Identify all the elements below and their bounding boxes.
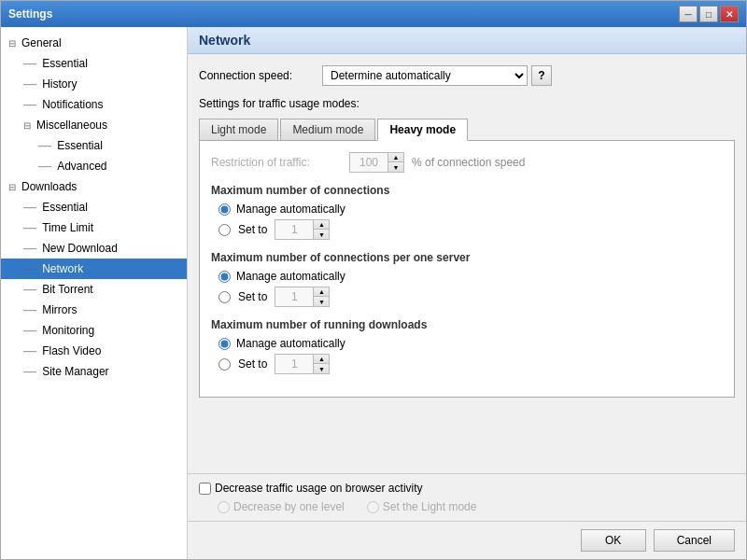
restriction-input xyxy=(350,155,388,170)
panel-header: Network xyxy=(188,27,746,54)
server-setto-label: Set to xyxy=(238,290,267,303)
sidebar-item-history[interactable]: ──History xyxy=(1,74,187,94)
title-bar-controls: ─ □ ✕ xyxy=(679,6,739,22)
downloads-manage-label: Manage automatically xyxy=(236,337,345,350)
sidebar-item-notifications[interactable]: ──Notifications xyxy=(1,94,187,115)
connection-speed-select[interactable]: Determine automaticallySlow (56k modem)M… xyxy=(322,65,528,86)
minimize-button[interactable]: ─ xyxy=(679,6,698,22)
sidebar-item-sitemanager[interactable]: ──Site Manager xyxy=(1,361,187,382)
window-title: Settings xyxy=(8,7,52,21)
downloads-setto-radio[interactable] xyxy=(218,358,231,371)
sidebar-item-advanced[interactable]: ──Advanced xyxy=(1,156,187,176)
sidebar-item-network[interactable]: ──Network xyxy=(1,259,187,279)
running-downloads-section: Maximum number of running downloads Mana… xyxy=(211,318,723,374)
sidebar-item-label: Network xyxy=(38,260,87,277)
downloads-setto-row: Set to ▲ ▼ xyxy=(218,354,723,374)
sidebar-item-label: Essential xyxy=(38,199,92,216)
connector-icon: ── xyxy=(23,305,36,315)
tab-content: Restriction of traffic: ▲ ▼ % of connect… xyxy=(199,140,735,398)
connections-setto-radio[interactable] xyxy=(218,224,231,236)
server-manage-row: Manage automatically xyxy=(218,270,723,283)
close-button[interactable]: ✕ xyxy=(720,6,739,22)
decrease-checkbox-label[interactable]: Decrease traffic usage on browser activi… xyxy=(199,482,423,495)
running-downloads-title: Maximum number of running downloads xyxy=(211,318,723,331)
downloads-manage-row: Manage automatically xyxy=(218,337,723,350)
server-manage-radio[interactable] xyxy=(218,271,231,283)
ok-button[interactable]: OK xyxy=(581,529,646,552)
restriction-row: Restriction of traffic: ▲ ▼ % of connect… xyxy=(211,152,723,173)
sidebar-item-label: History xyxy=(38,76,80,92)
sidebar-item-general[interactable]: ⊟General xyxy=(1,33,187,53)
server-up[interactable]: ▲ xyxy=(314,287,329,297)
connections-section: Maximum number of connections Manage aut… xyxy=(211,184,723,240)
sidebar-item-label: New Download xyxy=(38,240,121,257)
title-bar: Settings ─ □ ✕ xyxy=(1,1,746,27)
connections-input[interactable] xyxy=(275,222,313,237)
connection-speed-label: Connection speed: xyxy=(199,69,311,82)
downloads-down[interactable]: ▼ xyxy=(314,364,329,373)
connections-up[interactable]: ▲ xyxy=(314,220,329,230)
sidebar-item-timelimit[interactable]: ──Time Limit xyxy=(1,217,187,238)
server-setto-radio[interactable] xyxy=(218,291,231,303)
connections-per-server-section: Maximum number of connections per one se… xyxy=(211,251,723,307)
downloads-input[interactable] xyxy=(275,357,313,371)
downloads-manage-radio[interactable] xyxy=(218,338,231,350)
main-panel: Network Connection speed: Determine auto… xyxy=(188,27,746,559)
sidebar-item-label: Notifications xyxy=(38,96,106,113)
connector-icon: ── xyxy=(23,79,36,90)
connections-manage-radio[interactable] xyxy=(218,203,231,216)
connector-icon: ⊟ xyxy=(8,38,16,49)
decrease-radio2 xyxy=(367,501,379,513)
connector-icon: ⊟ xyxy=(8,182,16,192)
decrease-option1: Decrease by one level xyxy=(218,500,345,513)
sidebar-item-mirrors[interactable]: ──Mirrors xyxy=(1,300,187,320)
connector-icon: ── xyxy=(23,264,36,274)
tab-heavy[interactable]: Heavy mode xyxy=(377,119,468,141)
restriction-arrows: ▲ ▼ xyxy=(388,153,403,172)
sidebar-item-essential2[interactable]: ──Essential xyxy=(1,135,187,156)
sidebar-item-label: Advanced xyxy=(53,158,110,175)
tab-light[interactable]: Light mode xyxy=(199,119,278,141)
connector-icon: ⊟ xyxy=(23,120,31,131)
sidebar-item-monitoring[interactable]: ──Monitoring xyxy=(1,320,187,341)
decrease-label1: Decrease by one level xyxy=(233,500,345,513)
decrease-checkbox[interactable] xyxy=(199,483,211,495)
sidebar-item-essential1[interactable]: ──Essential xyxy=(1,53,187,74)
server-input[interactable] xyxy=(275,289,313,304)
sidebar-item-flashvideo[interactable]: ──Flash Video xyxy=(1,341,187,361)
sidebar-item-label: Miscellaneous xyxy=(33,117,111,133)
connections-spinbox: ▲ ▼ xyxy=(275,219,330,240)
sidebar-item-newdownload[interactable]: ──New Download xyxy=(1,238,187,259)
dropdown-container: Determine automaticallySlow (56k modem)M… xyxy=(322,65,552,86)
server-arrows: ▲ ▼ xyxy=(313,287,329,306)
downloads-up[interactable]: ▲ xyxy=(314,355,329,364)
connector-icon: ── xyxy=(23,59,36,69)
connector-icon: ── xyxy=(23,367,36,377)
server-down[interactable]: ▼ xyxy=(314,297,329,306)
sidebar-item-label: Mirrors xyxy=(38,301,80,318)
server-setto-row: Set to ▲ ▼ xyxy=(218,287,723,307)
help-button[interactable]: ? xyxy=(531,65,552,86)
content-area: ⊟General──Essential──History──Notificati… xyxy=(1,27,746,559)
sidebar-item-label: Time Limit xyxy=(38,219,97,236)
downloads-setto-label: Set to xyxy=(238,357,267,371)
maximize-button[interactable]: □ xyxy=(699,6,718,22)
sidebar-item-miscellaneous[interactable]: ⊟Miscellaneous xyxy=(1,115,187,135)
connector-icon: ── xyxy=(23,285,36,295)
connections-setto-label: Set to xyxy=(238,223,267,236)
connector-icon: ── xyxy=(23,203,36,213)
server-manage-label: Manage automatically xyxy=(236,270,345,283)
connector-icon: ── xyxy=(38,161,51,172)
tab-medium[interactable]: Medium mode xyxy=(280,119,375,141)
cancel-button[interactable]: Cancel xyxy=(654,529,735,552)
connector-icon: ── xyxy=(23,326,36,336)
restriction-label: Restriction of traffic: xyxy=(211,156,342,169)
sidebar-item-essential3[interactable]: ──Essential xyxy=(1,197,187,217)
connector-icon: ── xyxy=(23,223,36,233)
sidebar-item-label: Essential xyxy=(38,55,92,72)
decrease-option2: Set the Light mode xyxy=(367,500,477,513)
connections-down[interactable]: ▼ xyxy=(314,230,329,239)
sidebar-item-bittorrent[interactable]: ──Bit Torrent xyxy=(1,279,187,300)
sidebar-item-downloads[interactable]: ⊟Downloads xyxy=(1,176,187,197)
sidebar-item-label: Downloads xyxy=(18,178,80,195)
